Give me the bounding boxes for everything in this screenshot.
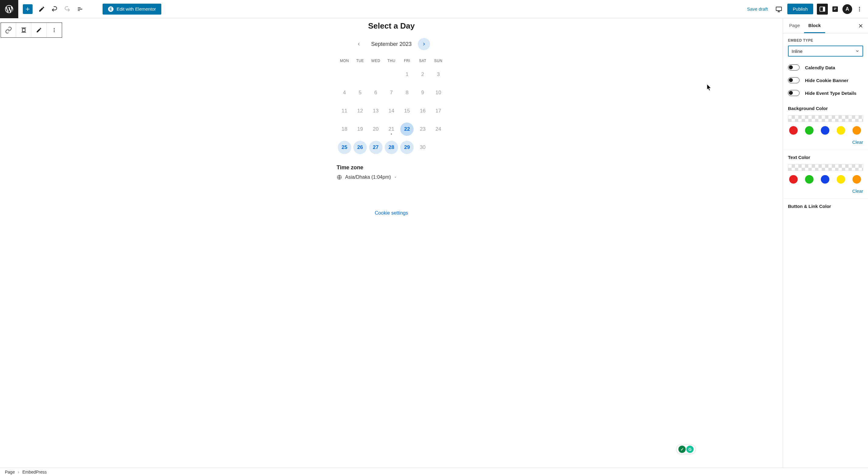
editor-canvas[interactable]: Select a Day September 2023 MONTUEWEDTHU… xyxy=(0,18,783,468)
close-icon xyxy=(858,23,864,29)
editor-topbar: E Edit with Elementor Save draft Publish… xyxy=(0,0,868,18)
svg-point-5 xyxy=(859,8,860,9)
text-color-label: Text Color xyxy=(788,155,863,160)
svg-point-6 xyxy=(859,10,860,11)
elementor-icon: E xyxy=(108,6,114,12)
embed-type-value: Inline xyxy=(792,48,803,54)
button-link-color-label: Button & Link Color xyxy=(788,204,863,209)
calendar-day-available[interactable]: 29 xyxy=(400,141,413,154)
undo-button[interactable] xyxy=(49,4,60,14)
tab-page[interactable]: Page xyxy=(785,18,804,33)
calendar-day-available[interactable]: 25 xyxy=(338,141,351,154)
calendar-day: 30 xyxy=(415,141,430,154)
preview-button[interactable] xyxy=(773,4,784,14)
breadcrumb-page[interactable]: Page xyxy=(5,470,15,474)
embedpress-panel-button[interactable] xyxy=(830,4,841,14)
calendar-dow: MON xyxy=(337,59,352,63)
calendar-day: 18 xyxy=(337,123,352,136)
calendar-day: 1 xyxy=(399,68,415,81)
block-edit-button[interactable] xyxy=(31,23,46,37)
prev-month-button[interactable] xyxy=(353,38,365,50)
calendly-embed: Select a Day September 2023 MONTUEWEDTHU… xyxy=(267,21,516,216)
next-month-button[interactable] xyxy=(418,38,430,50)
calendar-day: 15 xyxy=(399,104,415,117)
document-outline-button[interactable] xyxy=(74,4,86,14)
calendar-empty xyxy=(368,68,383,81)
calendly-month-nav: September 2023 xyxy=(267,38,516,50)
toggle-1[interactable] xyxy=(788,77,800,83)
calendar-day: 9 xyxy=(415,86,430,99)
toggle-row: Calendly Data xyxy=(788,64,863,70)
embed-type-section: EMBED TYPE Inline Calendly DataHide Cook… xyxy=(783,33,868,101)
color-swatch[interactable] xyxy=(789,175,798,183)
calendar-day-available[interactable]: 27 xyxy=(369,141,382,154)
grammarly-badge-2: G xyxy=(686,446,693,453)
color-swatch[interactable] xyxy=(852,126,861,135)
toggle-2[interactable] xyxy=(788,90,800,96)
calendar-dow: THU xyxy=(383,59,399,63)
calendar-day: 3 xyxy=(431,68,446,81)
list-icon xyxy=(77,6,83,12)
embed-type-select[interactable]: Inline xyxy=(788,45,863,57)
wordpress-logo[interactable] xyxy=(0,0,18,18)
text-swatch-row xyxy=(788,175,863,183)
chevron-right-icon: › xyxy=(18,470,20,474)
timezone-selector[interactable]: Asia/Dhaka (1:04pm) xyxy=(337,174,446,180)
color-swatch[interactable] xyxy=(837,126,845,135)
calendar-day-available[interactable]: 22 xyxy=(400,123,413,136)
add-block-button[interactable] xyxy=(23,4,33,14)
elementor-label: Edit with Elementor xyxy=(117,6,156,11)
tab-block[interactable]: Block xyxy=(804,18,825,33)
grammarly-widget[interactable]: ✓ G xyxy=(676,444,696,454)
user-avatar[interactable]: A xyxy=(842,4,852,14)
color-swatch[interactable] xyxy=(821,126,829,135)
redo-icon xyxy=(64,6,71,12)
redo-button[interactable] xyxy=(62,4,73,14)
color-swatch[interactable] xyxy=(852,175,861,183)
color-swatch[interactable] xyxy=(805,175,813,183)
block-options-button[interactable] xyxy=(46,23,62,37)
color-swatch[interactable] xyxy=(789,126,798,135)
calendar-day-available[interactable]: 26 xyxy=(353,141,367,154)
toggle-row: Hide Event Type Details xyxy=(788,90,863,96)
calendar-day: 8 xyxy=(399,86,415,99)
current-month-label: September 2023 xyxy=(371,41,411,47)
color-input-text[interactable] xyxy=(788,164,863,171)
calendar-day: 5 xyxy=(352,86,368,99)
toggle-0[interactable] xyxy=(788,64,800,70)
embed-type-label: EMBED TYPE xyxy=(788,38,863,42)
svg-rect-2 xyxy=(823,7,825,11)
color-input-bg[interactable] xyxy=(788,115,863,122)
edit-with-elementor-button[interactable]: E Edit with Elementor xyxy=(102,4,161,14)
svg-point-8 xyxy=(54,28,55,29)
grammarly-badge-1: ✓ xyxy=(678,446,686,453)
bg-swatch-row xyxy=(788,126,863,135)
calendar-day: 14 xyxy=(383,104,399,117)
color-swatch[interactable] xyxy=(805,126,813,135)
block-align-button[interactable] xyxy=(16,23,31,37)
calendar-day: 4 xyxy=(337,86,352,99)
toggle-label: Hide Event Type Details xyxy=(805,91,857,96)
clear-bg-button[interactable]: Clear xyxy=(788,139,863,145)
color-swatch[interactable] xyxy=(821,175,829,183)
text-color-section: Text Color Clear xyxy=(783,150,868,199)
calendar-day-available[interactable]: 28 xyxy=(385,141,398,154)
close-sidebar-button[interactable] xyxy=(855,20,866,31)
cookie-settings-link[interactable]: Cookie settings xyxy=(375,210,408,216)
calendar-day: 19 xyxy=(352,123,368,136)
plus-icon xyxy=(25,6,31,12)
breadcrumb-block[interactable]: EmbedPress xyxy=(22,470,46,474)
block-type-button[interactable] xyxy=(1,23,16,37)
svg-point-4 xyxy=(859,7,860,8)
color-swatch[interactable] xyxy=(837,175,845,183)
chevron-right-icon xyxy=(422,42,426,46)
settings-panel-button[interactable] xyxy=(817,4,828,14)
tools-button[interactable] xyxy=(36,4,47,14)
wordpress-icon xyxy=(4,4,14,14)
publish-button[interactable]: Publish xyxy=(787,4,813,14)
chevron-left-icon xyxy=(356,42,361,46)
calendly-title: Select a Day xyxy=(267,21,516,38)
save-draft-button[interactable]: Save draft xyxy=(747,6,768,11)
clear-text-button[interactable]: Clear xyxy=(788,189,863,194)
options-menu-button[interactable] xyxy=(854,4,865,14)
